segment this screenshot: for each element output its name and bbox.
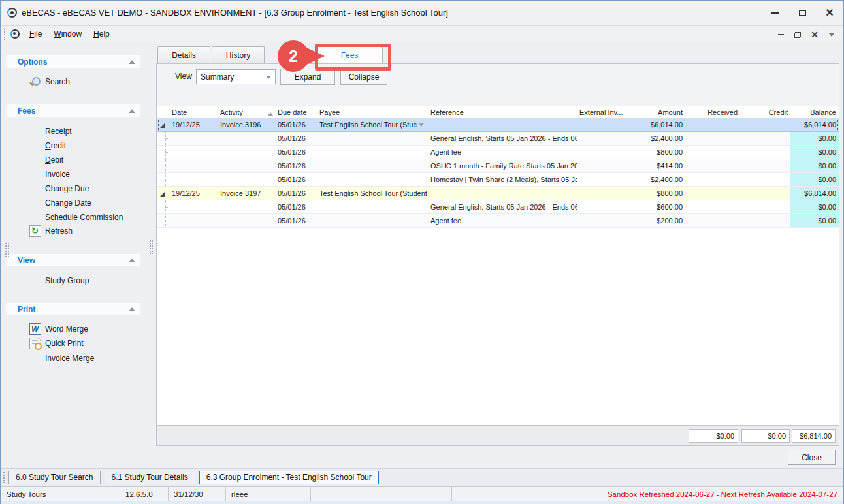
tree-line (157, 159, 169, 172)
cell-payee: Test English School Tour (Student (317, 189, 428, 197)
cell-amount: $800.00 (626, 148, 685, 156)
column-header-date[interactable]: Date (169, 108, 218, 116)
column-header-credit[interactable]: Credit (740, 108, 790, 116)
column-header-amount[interactable]: Amount (626, 108, 685, 116)
cell-balance: $6,014.00 (790, 121, 839, 129)
cell-amount: $800.00 (626, 189, 685, 197)
collapse-arrow-icon[interactable] (129, 259, 135, 262)
tab-label: History (226, 51, 250, 60)
tabbar-gripper[interactable] (3, 471, 6, 483)
tree-line-stub (165, 180, 170, 180)
fee-line-row[interactable]: 05/01/26Homestay | Twin Share (2 Meals),… (157, 173, 839, 187)
menu-help[interactable]: Help (88, 27, 116, 41)
toolbar-gripper[interactable] (3, 28, 7, 40)
tab-label: Details (172, 51, 196, 60)
expand-collapse-icon[interactable] (157, 187, 169, 200)
cell-reference: General English, Starts 05 Jan 2026 - En… (428, 203, 577, 211)
toolbar-overflow-icon[interactable] (827, 30, 836, 39)
sidebar-item-search[interactable]: Search (6, 76, 150, 87)
expand-button[interactable]: Expand (280, 69, 335, 85)
column-header-due-date[interactable]: Due date (275, 108, 317, 116)
sidebar-item-credit[interactable]: Credit (6, 140, 150, 151)
close-icon[interactable]: ✕ (824, 7, 836, 19)
sidebar-item-invoice[interactable]: Invoice (6, 168, 150, 180)
tree-line-stub (165, 166, 170, 166)
column-header-reference[interactable]: Reference (428, 108, 577, 116)
cell-due-date: 05/01/26 (275, 162, 317, 170)
payee-text: Test English School Tour (Stuc (319, 121, 417, 129)
screen-tab[interactable]: 6.1 Study Tour Details (105, 471, 195, 484)
invoice-group-row[interactable]: 19/12/25Invoice 319605/01/26Test English… (157, 118, 839, 132)
cell-amount: $2,400.00 (626, 176, 685, 183)
sidebar-item-quick-print[interactable]: Quick Print (6, 338, 150, 349)
tab-fees[interactable]: Fees (316, 46, 383, 63)
sidebar-item-change-due[interactable]: Change Due (6, 183, 150, 195)
left-splitter-grip[interactable] (5, 242, 10, 258)
screen-tab[interactable]: 6.0 Study Tour Search (8, 471, 101, 484)
tree-line (157, 146, 169, 159)
mdi-restore-icon[interactable] (793, 30, 802, 39)
cell-due-date: 05/01/26 (275, 176, 317, 183)
collapse-arrow-icon[interactable] (129, 307, 135, 311)
sidebar-item-word-merge[interactable]: Word Merge (6, 323, 150, 335)
cell-amount: $2,400.00 (626, 134, 685, 142)
tab-details[interactable]: Details (157, 46, 210, 63)
status-sandbox-message: Sandbox Refreshed 2024-06-27 - Next Refr… (452, 487, 843, 501)
print-icon (29, 338, 41, 349)
collapse-button[interactable]: Collapse (340, 69, 387, 85)
cell-due-date: 05/01/26 (275, 148, 317, 156)
fee-line-row[interactable]: 05/01/26General English, Starts 05 Jan 2… (157, 132, 839, 146)
sidebar-section-title: Options (18, 57, 47, 67)
fee-line-row[interactable]: 05/01/26Agent fee$200.00$0.00 (157, 214, 839, 228)
sidebar-splitter-grip[interactable] (149, 240, 153, 254)
fee-line-row[interactable]: 05/01/26Agent fee$800.00$0.00 (157, 146, 839, 159)
sidebar-item-change-date[interactable]: Change Date (6, 197, 150, 209)
tab-history[interactable]: History (212, 46, 265, 63)
collapse-arrow-icon[interactable] (129, 60, 135, 64)
screen-tab[interactable]: 6.3 Group Enrolment - Test English Schoo… (199, 471, 379, 484)
column-header-received[interactable]: Received (685, 108, 740, 116)
invoice-group-row[interactable]: 19/12/25Invoice 319705/01/26Test English… (157, 187, 839, 200)
expand-collapse-icon[interactable] (157, 118, 169, 131)
sidebar-section-fees[interactable]: Fees (6, 104, 140, 117)
mdi-minimize-icon[interactable] (776, 30, 785, 39)
sidebar-section-print[interactable]: Print (6, 303, 140, 315)
menu-file[interactable]: File (24, 27, 48, 41)
minimize-icon[interactable] (769, 7, 781, 19)
fee-line-row[interactable]: 05/01/26OSHC 1 month - Family Rate Start… (157, 159, 839, 173)
sidebar-item-label: Credit (45, 141, 66, 150)
main-panel: DetailsHistoryFees View Summary Expand C… (156, 46, 840, 467)
sidebar-item-receipt[interactable]: Receipt (6, 125, 150, 137)
app-window: eBECAS - eBECAS VET DEMO - SANDBOX ENVIR… (0, 0, 844, 504)
status-bar: Study Tours 12.6.5.0 31/12/30 rleee Sand… (1, 486, 843, 501)
mdi-close-icon[interactable]: ✕ (810, 30, 819, 39)
column-header-payee[interactable]: Payee (317, 108, 428, 116)
sidebar-section-view[interactable]: View (6, 254, 140, 266)
sidebar-item-invoice-merge[interactable]: Invoice Merge (6, 353, 150, 364)
column-header-external-inv-[interactable]: External Inv... (577, 108, 626, 116)
sidebar-item-debit[interactable]: Debit (6, 154, 150, 166)
sidebar-item-study-group[interactable]: Study Group (6, 275, 150, 287)
view-dropdown-value: Summary (201, 72, 234, 82)
sidebar-item-refresh[interactable]: Refresh (6, 225, 150, 237)
collapse-arrow-icon[interactable] (129, 109, 135, 113)
sidebar-item-label: Receipt (45, 127, 72, 136)
maximize-icon[interactable] (796, 7, 808, 19)
tree-line (157, 214, 169, 227)
view-dropdown[interactable]: Summary (196, 69, 276, 84)
menu-window[interactable]: Window (48, 27, 88, 41)
sidebar-section-title: Print (18, 305, 35, 314)
cell-balance: $0.00 (790, 146, 839, 159)
cell-due-date: 05/01/26 (275, 189, 317, 197)
close-button[interactable]: Close (788, 450, 836, 465)
open-screens-tab-bar: 6.0 Study Tour Search6.1 Study Tour Deta… (1, 468, 843, 486)
tab-strip: DetailsHistoryFees (156, 46, 840, 63)
payee-dropdown-icon[interactable] (419, 123, 424, 127)
fee-line-row[interactable]: 05/01/26General English, Starts 05 Jan 2… (157, 200, 839, 214)
cell-balance: $0.00 (790, 214, 839, 227)
column-header-balance[interactable]: Balance (790, 108, 839, 116)
sidebar-item-schedule-commission[interactable]: Schedule Commission (6, 212, 150, 223)
sidebar-section-options[interactable]: Options (6, 55, 140, 68)
column-header-activity[interactable]: Activity (218, 108, 275, 116)
cell-due-date: 05/01/26 (275, 134, 317, 142)
